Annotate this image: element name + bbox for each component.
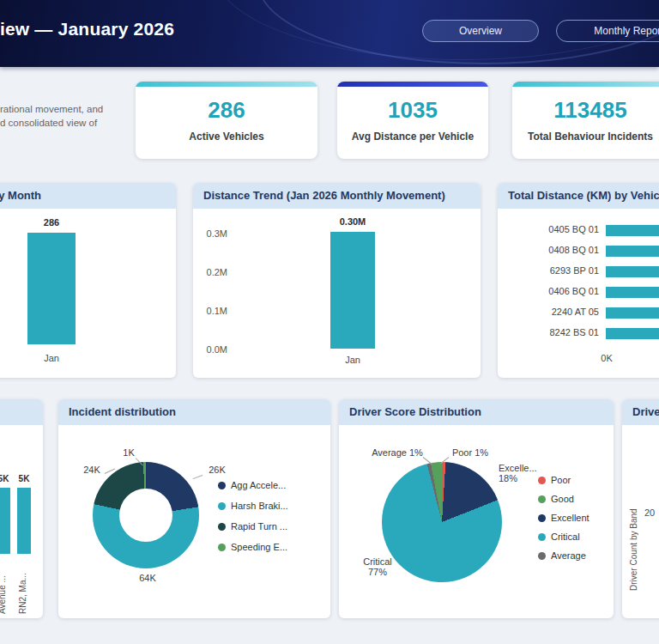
- donut-label-rapid-turn: 24K: [79, 465, 105, 475]
- chart-plot-area: 286 Jan: [0, 209, 176, 378]
- legend-dot: [538, 552, 546, 560]
- pie-label-excellent-line2: 18%: [499, 473, 540, 483]
- kpi-label-active-vehicles: Active Vehicles: [136, 131, 317, 143]
- legend-dot: [218, 544, 226, 551]
- pie-label-average: Average 1%: [372, 447, 423, 458]
- pie-label-poor: Poor 1%: [449, 447, 492, 458]
- bar-data-label: 0.30M: [320, 216, 385, 227]
- app-header: view — January 2026 Overview Monthly Rep…: [0, 0, 659, 67]
- chart-card-driver-score: Driver Score Distribution Average 1% Poo…: [339, 399, 614, 618]
- y-axis-tick: 0.1M: [196, 306, 227, 316]
- chart-title-distance-by-vehicle: Total Distance (KM) by Vehicle: [498, 183, 659, 209]
- bar-vehicle-distance[interactable]: [606, 225, 659, 236]
- y-axis-title-rotated: Driver Count by Band: [629, 449, 638, 591]
- x-axis-label-rotated: RN2, Ma...: [18, 559, 27, 614]
- chart-title-incident-distribution: Incident distribution: [58, 399, 330, 425]
- legend-item-agg-accel[interactable]: Agg Accele...: [218, 480, 288, 490]
- legend-item-excellent[interactable]: Excellent: [538, 513, 589, 523]
- chart-card-distance-by-vehicle: Total Distance (KM) by Vehicle 0405 BQ 0…: [498, 183, 659, 378]
- legend-item-good[interactable]: Good: [538, 494, 589, 504]
- chart-title-left-truncated: [0, 399, 43, 425]
- legend-item-poor[interactable]: Poor: [538, 475, 589, 485]
- intro-line-1: rational movement, and: [0, 102, 103, 116]
- legend-dot: [218, 482, 226, 489]
- kpi-accent-bar: [136, 82, 317, 87]
- legend-label: Rapid Turn ...: [231, 521, 287, 532]
- incident-donut-chart[interactable]: [93, 462, 199, 568]
- chart-plot-area: Driver Count by Band 20: [622, 425, 659, 618]
- x-axis-label-jan: Jan: [27, 353, 76, 363]
- chart-title-distance-trend: Distance Trend (Jan 2026 Monthly Movemen…: [193, 183, 481, 209]
- donut-label-harsh-braking: 64K: [136, 573, 160, 583]
- intro-text: rational movement, and d consolidated vi…: [0, 102, 103, 130]
- driver-score-pie-chart[interactable]: [382, 462, 502, 582]
- y-axis-tick: 0.2M: [196, 267, 227, 277]
- bar-vehicle-distance[interactable]: [606, 266, 659, 277]
- y-axis-tick: 0.0M: [196, 344, 227, 355]
- tab-monthly-report[interactable]: Monthly Report: [556, 20, 659, 42]
- pie-label-excellent: Excelle... 18%: [499, 463, 540, 483]
- pie-label-critical-line2: 77%: [358, 567, 397, 577]
- chart-card-distance-trend: Distance Trend (Jan 2026 Monthly Movemen…: [193, 183, 481, 378]
- legend-dot: [538, 495, 546, 503]
- legend-item-average[interactable]: Average: [538, 550, 589, 561]
- chart-plot-area: 1K 24K 26K 64K Agg Accele... Harsh Braki…: [58, 425, 330, 618]
- kpi-value-active-vehicles: 286: [136, 97, 317, 124]
- y-axis-tick: 20: [644, 507, 659, 518]
- incident-legend: Agg Accele... Harsh Braki... Rapid Turn …: [218, 480, 288, 552]
- legend-item-harsh-braking[interactable]: Harsh Braki...: [218, 501, 288, 511]
- chart-title-vehicles-by-month: Active Vehicles by Month: [0, 183, 176, 209]
- legend-dot: [218, 523, 226, 531]
- intro-line-2: d consolidated view of: [0, 116, 103, 130]
- tab-overview[interactable]: Overview: [422, 20, 539, 42]
- chart-card-driver-count-by-band: Driver Count by Band Driver Count by Ban…: [622, 399, 659, 618]
- pie-label-critical-line1: Critical: [358, 556, 397, 567]
- chart-title-driver-score: Driver Score Distribution: [339, 399, 614, 425]
- dashboard-page: view — January 2026 Overview Monthly Rep…: [0, 0, 659, 644]
- chart-card-vehicles-by-month: Active Vehicles by Month 286 Jan: [0, 183, 176, 378]
- kpi-value-avg-distance: 1035: [337, 97, 488, 124]
- vehicle-label: 2240 AT 05: [501, 307, 599, 317]
- legend-label: Speeding E...: [231, 542, 287, 552]
- legend-label: Critical: [551, 532, 580, 542]
- chart-plot-area: 0405 BQ 01 0408 BQ 01 6293 BP 01 0406 BQ…: [498, 209, 659, 378]
- bar-jan-distance[interactable]: [330, 232, 375, 349]
- kpi-accent-bar: [337, 82, 488, 87]
- chart-plot-area: 0.3M 0.2M 0.1M 0.0M 0.30M Jan: [193, 209, 481, 378]
- leader-line: [193, 475, 203, 479]
- bar-vehicle-distance[interactable]: [606, 287, 659, 298]
- chart-plot-area: 5K 5K Avenue ... RN2, Ma...: [0, 425, 43, 618]
- legend-label: Agg Accele...: [231, 480, 286, 490]
- legend-dot: [218, 502, 226, 510]
- bar-location[interactable]: [0, 488, 10, 554]
- legend-label: Average: [551, 550, 586, 561]
- bar-location[interactable]: [17, 488, 31, 554]
- legend-dot: [538, 477, 546, 484]
- chart-plot-area: Average 1% Poor 1% Excelle... 18% Critic…: [339, 425, 614, 618]
- vehicle-label: 0405 BQ 01: [501, 224, 599, 234]
- kpi-label-behaviour-incidents: Total Behaviour Incidents: [512, 131, 659, 143]
- driver-score-legend: Poor Good Excellent Critical Average: [538, 475, 589, 561]
- legend-dot: [538, 514, 546, 522]
- chart-title-driver-count: Driver Count by Band: [622, 399, 659, 425]
- legend-item-rapid-turn[interactable]: Rapid Turn ...: [218, 521, 288, 532]
- page-title: view — January 2026: [0, 19, 174, 39]
- kpi-card-avg-distance: 1035 Avg Distance per Vehicle: [337, 82, 488, 159]
- bar-vehicle-distance[interactable]: [606, 328, 659, 339]
- kpi-label-avg-distance: Avg Distance per Vehicle: [337, 131, 488, 143]
- kpi-accent-bar: [512, 82, 659, 87]
- vehicle-label: 6293 BP 01: [501, 265, 599, 276]
- bar-data-label: 5K: [10, 474, 38, 483]
- legend-item-critical[interactable]: Critical: [538, 532, 589, 542]
- bar-data-label: 286: [27, 217, 76, 228]
- kpi-value-behaviour-incidents: 113485: [512, 97, 659, 124]
- bar-vehicle-distance[interactable]: [606, 307, 659, 319]
- bar-jan-active-vehicles[interactable]: [27, 233, 76, 344]
- x-axis-tick-0k: 0K: [594, 353, 620, 363]
- y-axis-tick: 0.3M: [196, 228, 227, 239]
- chart-card-incident-distribution: Incident distribution 1K 24K 26K 64K Agg…: [58, 399, 330, 618]
- legend-item-speeding[interactable]: Speeding E...: [218, 542, 288, 552]
- vehicle-label: 0408 BQ 01: [501, 245, 599, 255]
- legend-label: Good: [551, 494, 574, 504]
- bar-vehicle-distance[interactable]: [606, 246, 659, 257]
